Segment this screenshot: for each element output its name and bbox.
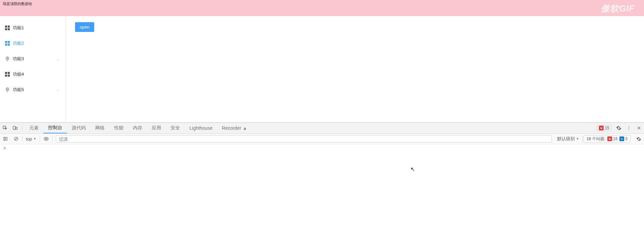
console-toolbar: top ▼ 默认级别 ▼ 18 个问题: ✕ 15 ≡ 3	[0, 133, 644, 144]
tab-sources[interactable]: 源代码	[67, 123, 91, 133]
filter-input[interactable]	[56, 135, 552, 143]
tab-recorder[interactable]: Recorder ▲	[217, 123, 252, 133]
top-banner: 我是顶部的数据哈 傲软GIF	[0, 0, 644, 16]
sidebar-item-label: 功能2	[13, 40, 24, 46]
issues-button[interactable]: 18 个问题: ✕ 15 ≡ 3	[583, 135, 631, 143]
info-icon: ≡	[619, 136, 624, 141]
more-icon[interactable]: ⋮	[624, 123, 634, 133]
error-count: 15	[605, 126, 609, 130]
device-toggle-icon[interactable]	[10, 123, 20, 133]
context-dropdown[interactable]: top ▼	[23, 134, 39, 144]
separator	[40, 136, 40, 142]
open-button[interactable]: open	[75, 22, 94, 32]
svg-rect-4	[16, 127, 17, 129]
toggle-sidebar-icon[interactable]	[0, 134, 11, 144]
tab-lighthouse[interactable]: Lighthouse	[185, 123, 217, 133]
app-body: 功能1 功能2 功能3 ⌄ 功能4 功能5 ⌄ open	[0, 16, 644, 122]
tab-recorder-label: Recorder	[222, 125, 242, 131]
log-level-label: 默认级别	[557, 136, 575, 142]
context-label: top	[26, 136, 32, 142]
error-icon: ✕	[607, 136, 612, 141]
chevron-down-icon: ⌄	[56, 57, 59, 61]
issues-err-count: 15	[613, 136, 617, 141]
sidebar-item-1[interactable]: 功能1	[0, 20, 65, 36]
chevron-down-icon: ⌄	[56, 88, 59, 92]
tab-network[interactable]: 网络	[91, 123, 109, 133]
grid-icon	[5, 72, 10, 77]
settings-icon[interactable]	[614, 123, 624, 133]
sidebar-item-label: 功能4	[13, 71, 24, 77]
sidebar-item-5[interactable]: 功能5 ⌄	[0, 82, 65, 97]
log-level-dropdown[interactable]: 默认级别 ▼	[554, 134, 582, 144]
tab-application[interactable]: 应用	[147, 123, 166, 133]
triangle-down-icon: ▼	[33, 137, 36, 140]
triangle-down-icon: ▼	[576, 137, 579, 140]
console-settings-icon[interactable]	[633, 134, 644, 144]
clear-console-icon[interactable]	[11, 134, 22, 144]
svg-point-1	[7, 89, 8, 90]
inspect-icon[interactable]	[0, 123, 10, 133]
svg-point-0	[7, 58, 8, 59]
error-icon: ✕	[599, 126, 604, 130]
devtools-tabbar: 元素 控制台 源代码 网络 性能 内存 应用 安全 Lighthouse Rec…	[0, 122, 644, 133]
error-count-badge[interactable]: ✕ 15	[597, 125, 612, 131]
tab-performance[interactable]: 性能	[109, 123, 128, 133]
separator	[22, 125, 23, 131]
console-body[interactable]: >	[0, 144, 644, 242]
sidebar-item-label: 功能1	[13, 25, 24, 31]
sidebar-item-label: 功能5	[13, 87, 24, 93]
separator	[582, 136, 583, 142]
tab-memory[interactable]: 内存	[128, 123, 147, 133]
issues-label: 18 个问题:	[586, 136, 605, 142]
tab-security[interactable]: 安全	[166, 123, 185, 133]
svg-point-7	[45, 138, 47, 139]
main-content: open	[66, 16, 644, 122]
live-expression-icon[interactable]	[41, 134, 51, 144]
tab-console[interactable]: 控制台	[43, 123, 67, 133]
banner-text: 我是顶部的数据哈	[3, 2, 32, 6]
svg-rect-3	[13, 126, 15, 129]
separator	[52, 136, 52, 142]
location-icon	[5, 56, 10, 62]
separator	[22, 136, 23, 142]
sidebar-item-4[interactable]: 功能4	[0, 67, 65, 82]
tab-elements[interactable]: 元素	[25, 123, 43, 133]
watermark-text: 傲软GIF	[601, 3, 635, 14]
issues-info-count: 3	[625, 136, 628, 141]
grid-icon	[5, 25, 10, 31]
sidebar-item-3[interactable]: 功能3 ⌄	[0, 51, 65, 67]
sidebar-item-label: 功能3	[13, 56, 24, 62]
sidebar: 功能1 功能2 功能3 ⌄ 功能4 功能5 ⌄	[0, 16, 66, 122]
close-icon[interactable]: ✕	[634, 123, 644, 133]
location-icon	[5, 87, 10, 92]
flask-icon: ▲	[243, 125, 247, 131]
grid-icon	[5, 41, 10, 46]
sidebar-item-2[interactable]: 功能2	[0, 36, 65, 51]
console-prompt: >	[3, 146, 6, 151]
